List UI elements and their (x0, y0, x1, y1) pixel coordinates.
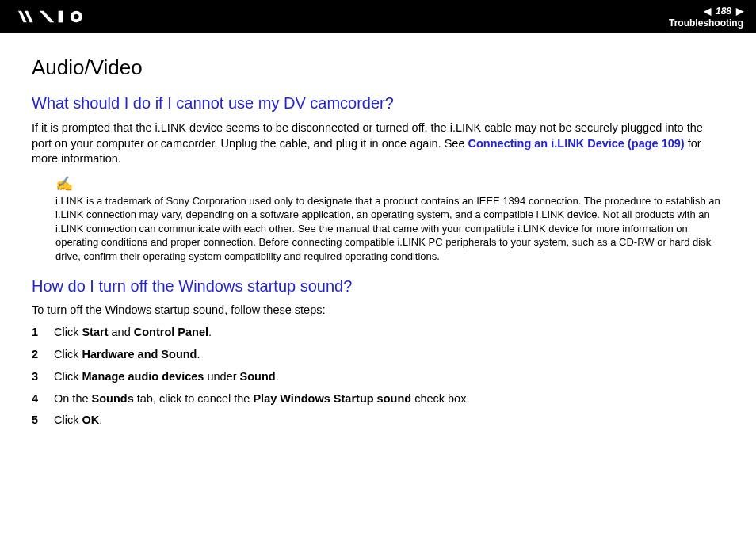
step-text: tab, click to cancel the (134, 392, 254, 405)
step-5: Click OK. (32, 412, 724, 429)
svg-rect-0 (59, 11, 63, 23)
ui-label-sounds-tab: Sounds (92, 392, 134, 405)
step-text: Click (54, 326, 82, 338)
page-content: Audio/Video What should I do if I cannot… (0, 33, 756, 429)
page-title: Audio/Video (32, 55, 724, 80)
step-text: . (99, 414, 102, 426)
section-name[interactable]: Troubleshooting (669, 17, 743, 29)
header-right: ◀ 188 ▶ Troubleshooting (669, 0, 756, 33)
question-2-heading: How do I turn off the Windows startup so… (32, 277, 724, 296)
question-1-heading: What should I do if I cannot use my DV c… (32, 94, 724, 113)
step-2: Click Hardware and Sound. (32, 346, 724, 364)
step-text: under (204, 370, 239, 383)
step-1: Click Start and Control Panel. (32, 324, 724, 341)
note-block: ✍ i.LINK is a trademark of Sony Corporat… (55, 175, 724, 264)
ui-label-sound: Sound (240, 370, 276, 383)
steps-intro: To turn off the Windows startup sound, f… (32, 303, 724, 316)
step-text: and (109, 326, 134, 338)
step-text: . (276, 370, 279, 383)
ui-label-manage-audio: Manage audio devices (82, 370, 204, 383)
page-navigation: ◀ 188 ▶ (704, 6, 743, 17)
page-number: 188 (716, 6, 731, 17)
step-text: Click (54, 370, 82, 383)
header-bar: ◀ 188 ▶ Troubleshooting (0, 0, 756, 33)
ui-label-control-panel: Control Panel (134, 326, 208, 338)
note-icon: ✍ (55, 175, 724, 193)
step-3: Click Manage audio devices under Sound. (32, 368, 724, 386)
ui-label-hardware-sound: Hardware and Sound (82, 348, 197, 360)
step-text: Click (54, 348, 82, 360)
note-text: i.LINK is a trademark of Sony Corporatio… (55, 194, 724, 264)
step-text: Click (54, 414, 82, 426)
ilink-device-link[interactable]: Connecting an i.LINK Device (page 109) (468, 137, 685, 150)
step-4: On the Sounds tab, click to cancel the P… (32, 391, 724, 408)
prev-page-arrow-icon[interactable]: ◀ (704, 6, 711, 17)
steps-list: Click Start and Control Panel. Click Har… (32, 324, 724, 429)
ui-label-start: Start (82, 326, 108, 338)
next-page-arrow-icon[interactable]: ▶ (736, 6, 743, 17)
step-text: On the (54, 392, 92, 405)
step-text: . (197, 348, 200, 360)
ui-label-ok: OK (82, 414, 99, 426)
step-text: . (208, 326, 212, 338)
step-text: check box. (411, 392, 469, 405)
ui-label-play-startup-sound: Play Windows Startup sound (253, 392, 411, 405)
vaio-logo (0, 0, 103, 33)
question-1-paragraph: If it is prompted that the i.LINK device… (32, 120, 724, 167)
